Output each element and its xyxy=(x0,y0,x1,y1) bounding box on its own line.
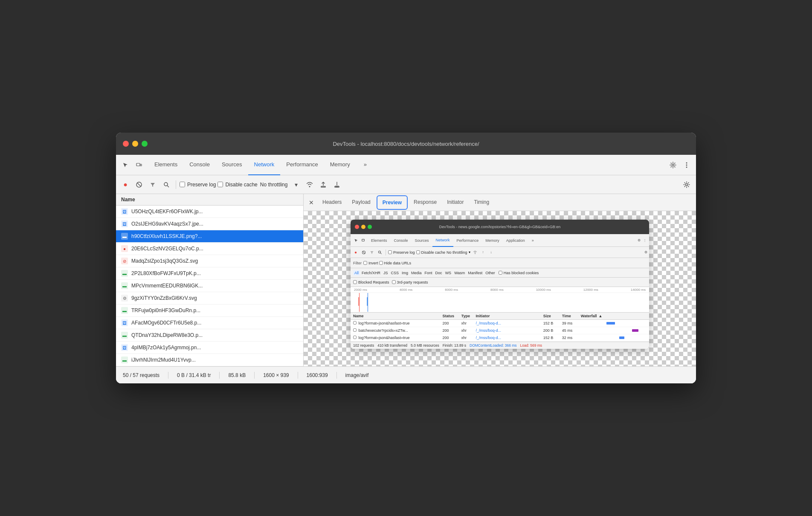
inner-devtools-screenshot: DevTools - news.google.com/topstories?hl… xyxy=(351,220,649,349)
upload-icon[interactable] xyxy=(317,179,329,191)
inner-tab-elements xyxy=(352,234,360,247)
cell-name: log?format=json&hasfast=true xyxy=(353,336,441,340)
inner-close xyxy=(355,225,359,229)
timeline-label: 10000 ms xyxy=(536,288,551,292)
inner-stat-requests: 102 requests xyxy=(353,343,374,348)
list-item[interactable]: ⚙ 9gzXiTYY0nZzBxGl6KrV.svg xyxy=(116,292,303,304)
chip-doc: Doc xyxy=(434,270,444,275)
list-item[interactable]: ⊘ MadqZslZpo1sj3qQ3GsZ.svg xyxy=(116,255,303,267)
minimize-button[interactable] xyxy=(132,141,138,147)
list-item[interactable]: 🖼 4pIMBj7zOAk1y5Agmmoj.pn... xyxy=(116,342,303,354)
file-type-icon: ▬ xyxy=(121,233,128,240)
list-item[interactable]: ▬ MPcVmmemtEEDURBN6lGK... xyxy=(116,280,303,292)
list-item[interactable]: ▬ iJlvrhNlJIrm2Mud4U1Yvvp... xyxy=(116,354,303,366)
inner-wifi-icon xyxy=(472,249,478,256)
chip-js: JS xyxy=(382,270,389,275)
inner-tab-application: Application xyxy=(503,234,528,247)
record-button[interactable]: ● xyxy=(119,179,131,191)
svg-line-9 xyxy=(167,186,169,187)
tab-more[interactable]: » xyxy=(358,155,373,175)
inner-window-title: DevTools - news.google.com/topstories?hl… xyxy=(439,225,560,229)
preview-panel: ✕ Headers Payload Preview Response Initi… xyxy=(304,194,696,366)
filter-icon[interactable] xyxy=(147,179,159,191)
cell-name: batchexecute?rpcids=xZTw... xyxy=(353,328,441,333)
inner-record-btn: ● xyxy=(352,249,359,256)
file-type-icon: ▬ xyxy=(121,307,128,314)
list-item[interactable]: ▬ QTDnaY32hLDipeRW8e3O.p... xyxy=(116,329,303,342)
tab-memory[interactable]: Memory xyxy=(324,155,356,175)
close-preview-button[interactable]: ✕ xyxy=(305,197,317,209)
file-name: iJlvrhNlJIrm2Mud4U1Yvvp... xyxy=(131,357,298,363)
inner-status-bar: 102 requests 410 kB transferred 5.0 MB r… xyxy=(351,342,649,349)
tab-timing[interactable]: Timing xyxy=(469,194,495,211)
inner-timeline: 2000 ms 4000 ms 6000 ms 8000 ms 10000 ms… xyxy=(351,287,649,313)
search-icon[interactable] xyxy=(160,179,172,191)
tab-headers[interactable]: Headers xyxy=(317,194,347,211)
disable-cache-checkbox[interactable]: Disable cache xyxy=(218,182,257,188)
timeline-label: 2000 ms xyxy=(354,288,367,292)
download-icon[interactable] xyxy=(331,179,343,191)
inner-throttle-arrow: ▾ xyxy=(469,250,470,254)
svg-point-8 xyxy=(164,183,168,186)
inner-disable-cache: Disable cache xyxy=(416,250,446,255)
tab-performance[interactable]: Performance xyxy=(280,155,324,175)
tab-response[interactable]: Response xyxy=(409,194,442,211)
cell-type: xhr xyxy=(461,328,474,333)
inner-type-chips: All Fetch/XHR JS CSS Img Media Font Doc … xyxy=(351,268,649,278)
chip-fetch-xhr: Fetch/XHR xyxy=(360,270,382,275)
svg-point-5 xyxy=(686,166,687,168)
tab-initiator[interactable]: Initiator xyxy=(442,194,469,211)
maximize-button[interactable] xyxy=(142,141,148,147)
inner-upload-icon: ↑ xyxy=(480,249,487,256)
clear-button[interactable] xyxy=(133,179,145,191)
list-item[interactable]: 🖼 U5OHzQL4tEKFr6OFIxWK.jp... xyxy=(116,206,303,218)
status-divider-1 xyxy=(168,372,168,379)
device-toggle-icon[interactable] xyxy=(133,159,145,171)
network-toolbar: ● Preserve log Disable cache No throttli… xyxy=(116,175,696,194)
list-item[interactable]: ● 20E6CLcSzNV2GELQu7oC.p... xyxy=(116,243,303,255)
cell-size: 152 B xyxy=(543,321,560,325)
window-title: DevTools - localhost:8080/docs/devtools/… xyxy=(333,141,479,147)
tab-console[interactable]: Console xyxy=(183,155,216,175)
list-item[interactable]: 🖼 O2sIJEHG9avKV4aqzSx7.jpe... xyxy=(116,218,303,230)
inner-search-btn xyxy=(377,249,383,256)
preserve-log-checkbox[interactable]: Preserve log xyxy=(180,182,216,188)
cell-initiator: /_/mss/boq-d... xyxy=(476,321,542,325)
tab-network[interactable]: Network xyxy=(248,155,281,175)
status-divider-4 xyxy=(298,372,298,379)
cell-initiator: /_/mss/boq-d... xyxy=(476,336,542,340)
list-item[interactable]: 🖼 AFacMOgv6D0CFTr6U5e8.p... xyxy=(116,317,303,329)
tab-sources[interactable]: Sources xyxy=(216,155,248,175)
list-item-selected[interactable]: ▬ h90CtfziXluvh1LSSKJE.png?... xyxy=(116,230,303,243)
tab-preview[interactable]: Preview xyxy=(377,195,408,210)
timeline-bar-1 xyxy=(358,297,359,306)
chip-other: Other xyxy=(484,270,496,275)
more-options-icon[interactable] xyxy=(681,159,693,171)
svg-line-7 xyxy=(137,183,141,186)
inner-stat-dom: DOMContentLoaded: 366 ms xyxy=(470,343,517,348)
chip-font: Font xyxy=(423,270,434,275)
table-row: log?format=json&hasfast=true 200 xhr /_/… xyxy=(351,334,649,342)
list-item[interactable]: ▬ TRFujw0pi0nHF3GwDuRn.p... xyxy=(116,304,303,317)
svg-line-13 xyxy=(362,251,365,254)
chip-media: Media xyxy=(410,270,423,275)
file-type-icon: 🖼 xyxy=(121,344,128,351)
throttle-dropdown-icon[interactable]: ▾ xyxy=(290,179,302,191)
file-name: 2P2L80XfBoFWJFxU9TpK.p... xyxy=(131,270,298,276)
file-type-icon: ▬ xyxy=(121,282,128,289)
inner-stat-transferred: 410 kB transferred xyxy=(377,343,407,348)
cursor-icon[interactable] xyxy=(119,159,131,171)
cell-type: xhr xyxy=(461,336,474,340)
tab-payload[interactable]: Payload xyxy=(347,194,375,211)
tab-elements[interactable]: Elements xyxy=(148,155,183,175)
inner-block-btn xyxy=(360,249,367,256)
settings-icon[interactable] xyxy=(667,159,679,171)
wifi-icon[interactable] xyxy=(304,179,316,191)
close-button[interactable] xyxy=(123,141,129,147)
inner-stat-finish: Finish: 13.89 s xyxy=(443,343,466,348)
list-item[interactable]: ▬ 2P2L80XfBoFWJFxU9TpK.p... xyxy=(116,267,303,280)
file-name: O2sIJEHG9avKV4aqzSx7.jpe... xyxy=(131,221,298,227)
network-settings-icon[interactable] xyxy=(681,179,693,191)
inner-tab-console: Console xyxy=(391,234,412,247)
status-divider-3 xyxy=(254,372,255,379)
